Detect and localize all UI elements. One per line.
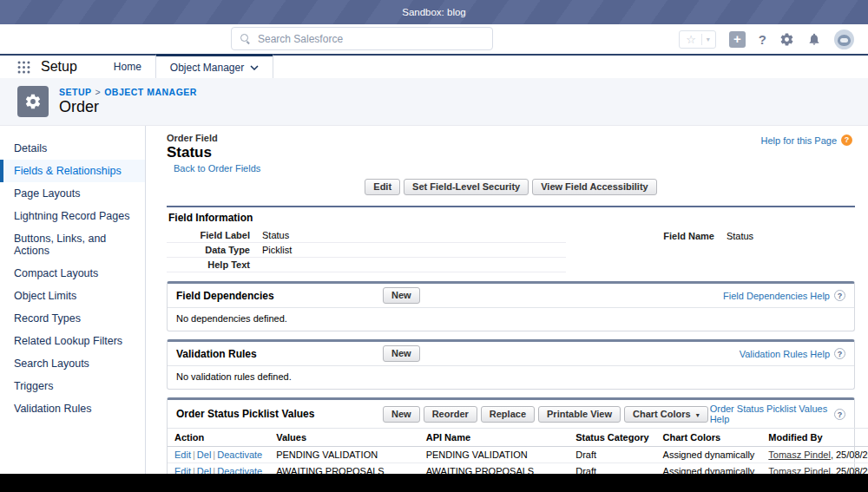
sidebar-item-page-layouts[interactable]: Page Layouts [0,182,145,205]
validation-rules-help: Validation Rules Help ? [740,348,845,359]
header-icons: ☆ ▾ + ? [679,24,854,54]
sidebar-item-compact-layouts[interactable]: Compact Layouts [0,262,145,285]
edit-link[interactable]: Edit [174,449,191,460]
picklist-values-header: Order Status Picklist Values NewReorderR… [168,400,854,428]
app-launcher-icon[interactable] [17,61,30,74]
back-to-order-fields-link[interactable]: Back to Order Fields [174,163,260,174]
breadcrumb-separator: > [92,87,105,97]
field-dependencies-new-button[interactable]: New [383,287,420,304]
search-input[interactable] [258,33,483,45]
field-dependencies-title: Field Dependencies [176,290,381,302]
section-help-icon[interactable]: ? [834,409,845,420]
user-avatar[interactable] [834,30,854,49]
section-help-icon[interactable]: ? [834,348,845,359]
detail-row: Field Name Status [631,228,855,243]
body: DetailsFields & RelationshipsPage Layout… [0,126,868,492]
page-help[interactable]: Help for this Page ? [761,134,852,146]
sidebar-item-triggers[interactable]: Triggers [0,375,145,397]
column-header-modified-by: Modified By [761,429,868,447]
sandbox-banner-text: Sandbox: blog [402,7,466,17]
picklist-values-help: Order Status Picklist Values Help ? [710,403,845,424]
picklist-values-title: Order Status Picklist Values [176,408,381,420]
help-for-this-page-link[interactable]: Help for this Page [761,135,837,146]
favorite-star-icon[interactable]: ☆ [683,34,699,45]
object-gear-tile [17,86,49,117]
section-help-icon[interactable]: ? [834,290,845,301]
tab-object-manager[interactable]: Object Manager [155,54,273,78]
quick-create-icon[interactable]: + [729,31,746,48]
tab-object-manager-label: Object Manager [170,62,244,74]
action-separator: | [191,449,197,460]
picklist-values-help-link[interactable]: Order Status Picklist Values Help [710,403,830,424]
page-help-icon[interactable]: ? [841,134,852,146]
picklist-table-head: ActionValuesAPI NameStatus CategoryChart… [168,429,868,447]
field-dependencies-section: Field Dependencies New Field Dependencie… [167,281,855,331]
picklist-printable-view-button[interactable]: Printable View [538,406,621,423]
breadcrumb-setup-link[interactable]: SETUP [59,87,92,97]
help-icon[interactable]: ? [759,32,766,47]
field-dependencies-help: Field Dependencies Help ? [723,290,845,301]
detail-value: Status [727,231,753,241]
detail-value: Picklist [262,245,292,255]
validation-rules-new-button[interactable]: New [383,345,420,362]
sidebar-item-details[interactable]: Details [0,137,145,160]
field-information-grid: Field Label Status Data Type Picklist He… [167,228,855,272]
sidebar-item-validation-rules[interactable]: Validation Rules [0,397,145,420]
action-cell: Edit|Del|Deactivate [168,447,269,463]
detail-label: Field Name [631,231,727,241]
field-dependencies-help-link[interactable]: Field Dependencies Help [723,291,830,301]
detail-value: Status [262,230,289,240]
sidebar-item-related-lookup-filters[interactable]: Related Lookup Filters [0,330,145,352]
tab-home-label: Home [114,61,141,73]
field-information-section: Field Information Field Label Status Dat… [167,206,855,272]
set-field-level-security-button[interactable]: Set Field-Level Security [404,179,529,195]
chart-colors-cell: Assigned dynamically [656,447,762,463]
validation-rules-header: Validation Rules New Validation Rules He… [168,342,854,365]
validation-rules-title: Validation Rules [176,348,381,360]
favorites-control[interactable]: ☆ ▾ [679,30,716,49]
main-content: Help for this Page ? Order Field Status … [146,126,868,492]
modified-date: , 25/08/2017 14:46 [831,449,868,460]
field-dependencies-empty-message: No dependencies defined. [168,307,854,331]
dropdown-arrow-icon: ▾ [696,411,700,419]
picklist-reorder-button[interactable]: Reorder [424,406,477,423]
tab-home[interactable]: Home [100,56,155,78]
notifications-bell-icon[interactable] [807,32,821,46]
breadcrumb-object-manager-link[interactable]: OBJECT MANAGER [104,87,197,97]
global-search[interactable] [231,27,493,50]
sidebar-item-record-types[interactable]: Record Types [0,307,145,330]
deactivate-link[interactable]: Deactivate [217,449,262,460]
picklist-chart-colors-dropdown-button[interactable]: Chart Colors▾ [624,406,708,423]
search-icon [240,34,250,43]
view-field-accessibility-button[interactable]: View Field Accessibility [532,179,657,195]
app-name: Setup [41,59,77,78]
favorites-dropdown-icon[interactable]: ▾ [705,36,712,43]
validation-rules-help-link[interactable]: Validation Rules Help [740,349,830,359]
sidebar-item-lightning-record-pages[interactable]: Lightning Record Pages [0,205,145,227]
detail-row: Field Label Status [167,228,566,243]
global-header: ☆ ▾ + ? [0,24,868,54]
detail-row: Data Type Picklist [167,243,566,258]
picklist-replace-button[interactable]: Replace [481,406,535,423]
sidebar-item-object-limits[interactable]: Object Limits [0,285,145,307]
sandbox-banner: Sandbox: blog [0,0,868,24]
setup-gear-icon[interactable] [779,32,794,47]
page-header-text: SETUP>OBJECT MANAGER Order [59,87,197,116]
column-header-chart-colors: Chart Colors [656,429,762,447]
detail-column-left: Field Label Status Data Type Picklist He… [167,228,566,272]
page-header: SETUP>OBJECT MANAGER Order [0,78,868,126]
del-link[interactable]: Del [197,449,212,460]
column-header-status-category: Status Category [569,429,655,447]
sidebar-item-fields-relationships[interactable]: Fields & Relationships [0,160,145,182]
bottom-letterbox [0,474,868,492]
status-category-cell: Draft [569,447,655,463]
column-header-api-name: API Name [419,429,569,447]
values-cell: PENDING VALIDATION [269,447,419,463]
detail-label: Data Type [167,245,262,255]
favorites-divider [701,34,702,45]
sidebar-item-buttons-links-and-actions[interactable]: Buttons, Links, and Actions [0,227,145,262]
modified-by-user-link[interactable]: Tomasz Pindel [768,449,831,460]
picklist-new-button[interactable]: New [383,406,420,423]
edit-button[interactable]: Edit [365,179,400,195]
sidebar-item-search-layouts[interactable]: Search Layouts [0,352,145,375]
